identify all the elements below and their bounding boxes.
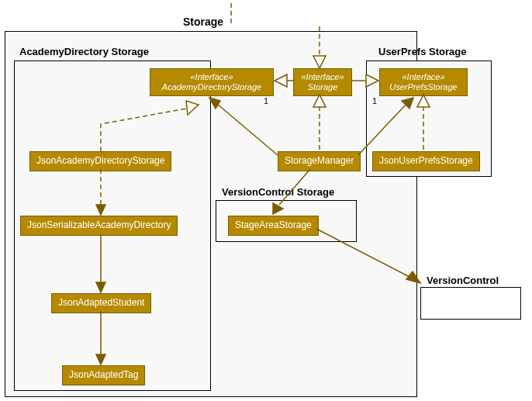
package-versioncontrol-label: VersionControl — [427, 275, 499, 286]
mult-student-star: * — [101, 282, 104, 291]
interface-userprefs-storage: «Interface» UserPrefsStorage — [379, 68, 468, 96]
interface-name: UserPrefsStorage — [385, 82, 462, 92]
package-version-label: VersionControl Storage — [222, 186, 334, 198]
interface-storage: «Interface» Storage — [293, 68, 352, 96]
class-storage-manager: StorageManager — [278, 151, 361, 171]
package-userprefs-label: UserPrefs Storage — [378, 46, 466, 57]
package-academy-label: AcademyDirectory Storage — [19, 46, 149, 57]
stereotype: «Interface» — [385, 72, 462, 82]
stereotype: «Interface» — [155, 72, 268, 82]
class-json-adapted-tag: JsonAdaptedTag — [62, 365, 145, 385]
mult-userprefs-one: 1 — [372, 96, 377, 105]
class-json-serializable-academy: JsonSerializableAcademyDirectory — [20, 216, 178, 236]
package-versioncontrol — [420, 287, 521, 320]
package-storage-label: Storage — [183, 16, 223, 28]
class-json-adapted-student: JsonAdaptedStudent — [51, 293, 151, 313]
stereotype: «Interface» — [299, 72, 347, 82]
mult-academy-one: 1 — [264, 96, 268, 105]
class-json-userprefs-storage: JsonUserPrefsStorage — [372, 151, 480, 171]
mult-tag-star: * — [101, 354, 104, 363]
class-json-academy-storage: JsonAcademyDirectoryStorage — [29, 151, 171, 171]
interface-name: Storage — [299, 82, 347, 92]
class-stage-area-storage: StageAreaStorage — [228, 216, 319, 236]
interface-academy-storage: «Interface» AcademyDirectoryStorage — [150, 68, 274, 96]
interface-name: AcademyDirectoryStorage — [155, 82, 268, 92]
